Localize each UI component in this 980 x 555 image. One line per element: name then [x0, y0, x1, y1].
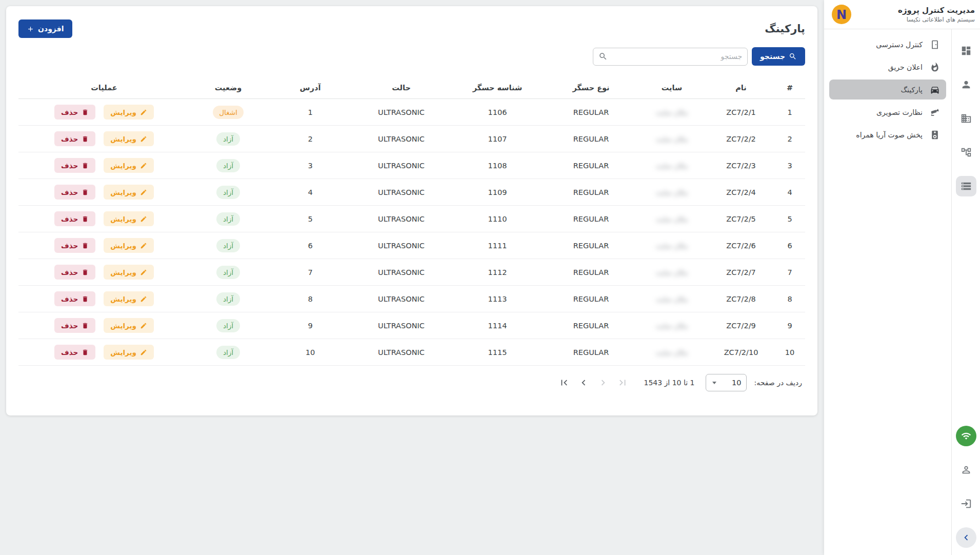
cell-index: 9: [774, 312, 805, 339]
cell-name: ZC7/2/6: [708, 232, 774, 259]
delete-button[interactable]: حذف: [54, 105, 95, 120]
cell-sensor-type: REGULAR: [546, 126, 636, 152]
sidebar-header: مدیریت کنترل پروژه سیستم های اطلاعاتی نک…: [824, 0, 980, 29]
redacted-site-text: مکان سایت: [655, 215, 688, 223]
delete-button-label: حذف: [61, 188, 78, 196]
pencil-icon: [140, 162, 147, 169]
status-badge: آزاد: [216, 292, 240, 306]
delete-button[interactable]: حذف: [54, 318, 95, 333]
collapse-button[interactable]: [956, 527, 976, 548]
header-index: #: [774, 77, 805, 99]
next-page-button[interactable]: [593, 373, 613, 392]
pencil-icon: [140, 242, 147, 249]
redacted-site-text: مکان سایت: [655, 349, 688, 356]
cell-sensor-id: 1115: [449, 339, 546, 366]
sidebar-item-audio-broadcast[interactable]: پخش صوت آریا همراه: [829, 125, 946, 145]
delete-button[interactable]: حذف: [54, 211, 95, 226]
search-icon: [789, 52, 797, 61]
cell-sensor-id: 1114: [449, 312, 546, 339]
delete-button[interactable]: حذف: [54, 238, 95, 253]
edit-button[interactable]: ویرایش: [104, 291, 154, 306]
login-icon[interactable]: [956, 493, 976, 514]
edit-button[interactable]: ویرایش: [104, 238, 154, 253]
table-row: 3 ZC7/2/3 مکان سایت REGULAR 1108 ULTRASO…: [18, 152, 805, 179]
delete-button[interactable]: حذف: [54, 131, 95, 146]
trash-icon: [82, 215, 89, 223]
table-row: 10 ZC7/2/10 مکان سایت REGULAR 1115 ULTRA…: [18, 339, 805, 366]
tree-icon[interactable]: [956, 142, 976, 163]
sidebar-item-label: پارکینگ: [901, 86, 923, 94]
icon-rail: [951, 29, 980, 555]
cell-status: آزاد: [190, 232, 267, 259]
cell-name: ZC7/2/4: [708, 179, 774, 206]
edit-button-label: ویرایش: [110, 348, 136, 356]
delete-button[interactable]: حذف: [54, 345, 95, 360]
person-icon[interactable]: [956, 74, 976, 95]
sidebar-item-access-control[interactable]: کنترل دسترسی: [829, 34, 946, 54]
cell-sensor-id: 1110: [449, 206, 546, 232]
cell-site: مکان سایت: [636, 232, 708, 259]
search-input[interactable]: [608, 52, 742, 61]
wifi-icon[interactable]: [956, 426, 976, 446]
cell-mode: ULTRASONIC: [354, 126, 449, 152]
dashboard-icon[interactable]: [956, 41, 976, 61]
cell-sensor-id: 1113: [449, 286, 546, 312]
edit-button[interactable]: ویرایش: [104, 318, 154, 333]
edit-button[interactable]: ویرایش: [104, 158, 154, 173]
app-subtitle: سیستم های اطلاعاتی نکیسا: [859, 16, 975, 23]
rows-per-page-select[interactable]: 10: [706, 374, 747, 391]
delete-button[interactable]: حذف: [54, 291, 95, 306]
sidebar-item-fire-alarm[interactable]: اعلان حریق: [829, 57, 946, 77]
sidebar-item-video-surveillance[interactable]: نظارت تصویری: [829, 102, 946, 122]
pencil-icon: [140, 269, 147, 276]
edit-button[interactable]: ویرایش: [104, 131, 154, 146]
chevron-right-icon: [597, 377, 609, 388]
logo-icon: N: [831, 4, 852, 25]
cell-actions: ویرایش حذف: [18, 206, 190, 232]
cell-mode: ULTRASONIC: [354, 286, 449, 312]
delete-button[interactable]: حذف: [54, 185, 95, 200]
cell-sensor-id: 1111: [449, 232, 546, 259]
trash-icon: [82, 269, 89, 276]
first-page-button[interactable]: [554, 373, 574, 392]
cell-site: مکان سایت: [636, 286, 708, 312]
edit-button[interactable]: ویرایش: [104, 105, 154, 120]
layers-icon[interactable]: [956, 176, 976, 196]
cell-site: مکان سایت: [636, 152, 708, 179]
cell-status: آزاد: [190, 179, 267, 206]
edit-button[interactable]: ویرایش: [104, 345, 154, 360]
add-button[interactable]: افزودن: [18, 19, 72, 38]
header-status: وضعیت: [190, 77, 267, 99]
building-icon[interactable]: [956, 108, 976, 129]
prev-page-button[interactable]: [574, 373, 593, 392]
cell-address: 3: [267, 152, 354, 179]
sidebar-item-parking[interactable]: پارکینگ: [829, 80, 946, 100]
last-page-button[interactable]: [613, 373, 632, 392]
cell-address: 7: [267, 259, 354, 286]
delete-button-label: حذف: [61, 348, 78, 356]
cell-address: 2: [267, 126, 354, 152]
door-icon: [930, 39, 940, 50]
status-badge: آزاد: [216, 266, 240, 279]
cell-name: ZC7/2/1: [708, 99, 774, 126]
edit-button[interactable]: ویرایش: [104, 211, 154, 226]
redacted-site-text: مکان سایت: [655, 189, 688, 196]
header-mode: حالت: [354, 77, 449, 99]
cell-address: 5: [267, 206, 354, 232]
trash-icon: [82, 295, 89, 303]
account-icon[interactable]: [956, 460, 976, 480]
delete-button[interactable]: حذف: [54, 265, 95, 280]
delete-button-label: حذف: [61, 322, 78, 330]
cell-actions: ویرایش حذف: [18, 232, 190, 259]
status-badge: آزاد: [216, 132, 240, 146]
edit-button-label: ویرایش: [110, 295, 136, 303]
sidebar: مدیریت کنترل پروژه سیستم های اطلاعاتی نک…: [824, 0, 980, 555]
edit-button[interactable]: ویرایش: [104, 265, 154, 280]
edit-button[interactable]: ویرایش: [104, 185, 154, 200]
search-button[interactable]: جستجو: [752, 47, 805, 66]
delete-button[interactable]: حذف: [54, 158, 95, 173]
cell-sensor-id: 1107: [449, 126, 546, 152]
edit-button-label: ویرایش: [110, 135, 136, 143]
cell-sensor-id: 1108: [449, 152, 546, 179]
cell-status: آزاد: [190, 286, 267, 312]
